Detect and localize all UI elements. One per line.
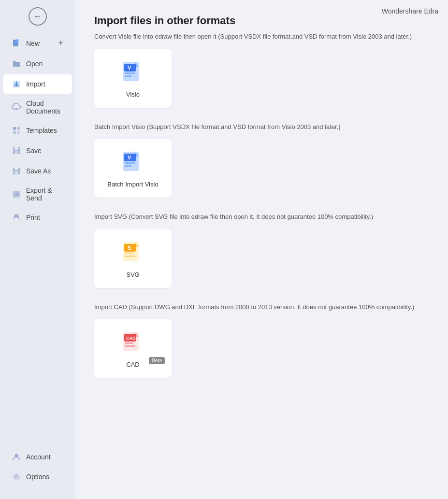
- open-icon: [12, 59, 21, 69]
- svg-rect-25: [125, 75, 131, 77]
- sidebar-item-account[interactable]: Account: [3, 447, 72, 467]
- svg-text:V: V: [128, 65, 131, 71]
- options-icon: [12, 472, 21, 482]
- svg-rect-13: [14, 171, 18, 174]
- sidebar-bottom: Account Options: [0, 447, 75, 492]
- export-icon: [12, 189, 21, 199]
- svg-description: Import SVG (Convert SVG file into edraw …: [94, 212, 429, 222]
- svg-card[interactable]: S SVG: [94, 229, 172, 288]
- svg-card-label: SVG: [126, 271, 139, 278]
- svg-rect-10: [14, 151, 18, 154]
- sidebar-export-label: Export & Send: [26, 186, 63, 202]
- sidebar-print-label: Print: [26, 214, 40, 221]
- svg-text:V: V: [128, 155, 131, 160]
- svg-rect-42: [125, 345, 135, 347]
- visio-card-label: Visio: [126, 91, 140, 98]
- sidebar-item-templates[interactable]: Templates: [3, 121, 72, 140]
- cad-card[interactable]: CAD Beta CAD: [94, 319, 172, 378]
- sidebar-item-save[interactable]: Save: [3, 141, 72, 160]
- svg-rect-24: [125, 72, 135, 74]
- batch-visio-section: Batch Import Visio (Support VSDX file fo…: [94, 122, 429, 198]
- account-icon: [12, 452, 21, 462]
- import-icon: [12, 79, 21, 89]
- sidebar-item-export[interactable]: Export & Send: [3, 182, 72, 207]
- print-icon: [12, 213, 21, 222]
- sidebar-item-cloud[interactable]: Cloud Documents: [3, 95, 72, 120]
- sidebar-item-new[interactable]: New +: [3, 33, 72, 53]
- svg-file-icon: S: [119, 239, 146, 266]
- new-icon: [12, 39, 21, 48]
- save-icon: [12, 146, 21, 156]
- sidebar-save-label: Save: [26, 147, 42, 155]
- sidebar-item-import[interactable]: Import: [3, 74, 72, 94]
- sidebar-item-open[interactable]: Open: [3, 54, 72, 73]
- visio-section: Convert Visio file into edraw file then …: [94, 32, 429, 108]
- cad-card-label: CAD: [126, 361, 139, 368]
- visio-description: Convert Visio file into edraw file then …: [94, 32, 429, 42]
- sidebar-open-label: Open: [26, 60, 43, 68]
- sidebar-nav: New + Open Import: [0, 33, 75, 447]
- svg-rect-7: [17, 131, 20, 134]
- batch-visio-card-label: Batch Import Visio: [107, 181, 158, 188]
- sidebar-item-saveas[interactable]: Save As: [3, 161, 72, 181]
- sidebar-new-label: New: [26, 40, 40, 47]
- back-button-container: ←: [0, 7, 75, 26]
- sidebar: ← New + Open: [0, 0, 75, 499]
- svg-section: Import SVG (Convert SVG file into edraw …: [94, 212, 429, 288]
- sidebar-item-print[interactable]: Print: [3, 208, 72, 227]
- svg-text:CAD: CAD: [126, 336, 136, 341]
- svg-rect-16: [14, 214, 18, 216]
- svg-rect-4: [13, 127, 16, 130]
- svg-rect-37: [125, 256, 135, 257]
- cad-section: Import CAD (Support DWG and DXF formats …: [94, 302, 429, 378]
- back-button[interactable]: ←: [29, 7, 47, 26]
- batch-visio-icon: V: [119, 149, 146, 176]
- cad-description: Import CAD (Support DWG and DXF formats …: [94, 302, 429, 312]
- svg-rect-3: [14, 108, 18, 110]
- sidebar-templates-label: Templates: [26, 127, 57, 134]
- cad-file-icon: CAD: [119, 329, 146, 356]
- svg-rect-5: [17, 127, 20, 130]
- sidebar-cloud-label: Cloud Documents: [26, 100, 63, 115]
- sidebar-account-label: Account: [26, 453, 51, 461]
- plus-icon: +: [58, 38, 63, 48]
- svg-rect-31: [125, 162, 135, 164]
- sidebar-saveas-label: Save As: [26, 167, 51, 175]
- saveas-icon: [12, 166, 21, 176]
- svg-rect-17: [14, 218, 18, 220]
- beta-badge: Beta: [149, 357, 165, 364]
- sidebar-options-label: Options: [26, 473, 49, 481]
- batch-visio-card[interactable]: V Batch Import Visio: [94, 139, 172, 198]
- sidebar-import-label: Import: [26, 80, 45, 88]
- cloud-icon: [12, 102, 21, 112]
- svg-rect-41: [125, 342, 133, 344]
- batch-visio-description: Batch Import Visio (Support VSDX file fo…: [94, 122, 429, 132]
- page-title: Import files in other formats: [94, 14, 429, 27]
- svg-rect-32: [125, 165, 131, 167]
- svg-text:S: S: [128, 245, 131, 251]
- visio-icon: V: [119, 59, 146, 86]
- svg-point-20: [14, 474, 20, 480]
- app-title: Wondershare Edra: [382, 7, 438, 15]
- svg-rect-1: [16, 39, 19, 42]
- sidebar-item-options[interactable]: Options: [3, 467, 72, 486]
- templates-icon: [12, 126, 21, 135]
- svg-rect-36: [125, 253, 133, 254]
- svg-rect-6: [13, 131, 16, 134]
- svg-rect-9: [14, 147, 18, 150]
- svg-point-19: [15, 475, 18, 478]
- visio-card[interactable]: V Visio: [94, 49, 172, 108]
- svg-rect-12: [14, 168, 18, 170]
- main-content: Wondershare Edra Import files in other f…: [75, 0, 448, 499]
